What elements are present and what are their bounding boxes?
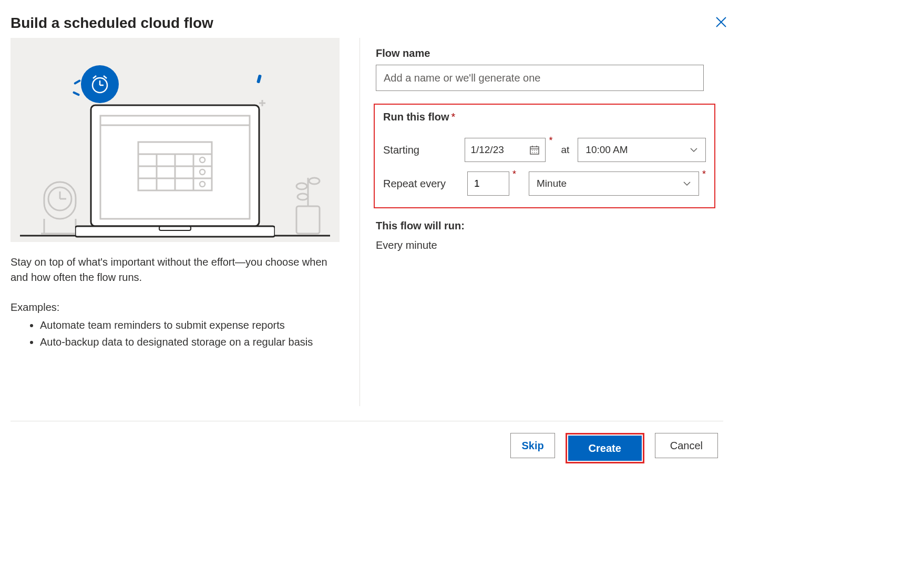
calendar-icon: [529, 145, 540, 155]
required-indicator: *: [549, 135, 552, 146]
repeat-unit-select[interactable]: Minute: [529, 171, 699, 196]
dialog-title: Build a scheduled cloud flow: [11, 15, 213, 32]
starting-time-value: 10:00 AM: [586, 144, 628, 156]
starting-time-select[interactable]: 10:00 AM: [578, 138, 706, 162]
svg-point-9: [296, 183, 307, 189]
svg-point-11: [297, 194, 308, 200]
required-indicator: *: [512, 169, 516, 180]
required-indicator: *: [702, 169, 706, 180]
flow-will-run-label: This flow will run:: [376, 220, 728, 232]
flow-name-input[interactable]: [376, 65, 704, 91]
alarm-clock-icon: [81, 65, 119, 103]
clock-illustration: [41, 179, 79, 237]
flow-will-run-value: Every minute: [376, 239, 728, 251]
svg-point-10: [309, 178, 320, 184]
svg-point-36: [532, 150, 533, 151]
svg-point-40: [535, 152, 536, 153]
svg-point-39: [532, 152, 533, 153]
examples-label: Examples:: [11, 300, 338, 315]
chevron-down-icon: [690, 146, 698, 154]
plant-illustration: [282, 163, 334, 237]
schedule-highlight: Run this flow* Starting 1/12/23: [374, 104, 715, 208]
cancel-button[interactable]: Cancel: [655, 433, 718, 458]
run-this-flow-label: Run this flow*: [383, 111, 455, 123]
example-item: Auto-backup data to designated storage o…: [40, 334, 338, 350]
laptop-illustration: [75, 84, 275, 242]
starting-label: Starting: [383, 144, 465, 156]
svg-point-41: [537, 152, 538, 153]
repeat-every-label: Repeat every: [383, 178, 467, 190]
starting-date-value: 1/12/23: [470, 144, 504, 156]
svg-point-38: [537, 150, 538, 151]
skip-button[interactable]: Skip: [510, 433, 555, 458]
at-label: at: [561, 144, 569, 156]
repeat-unit-value: Minute: [537, 178, 567, 189]
example-item: Automate team reminders to submit expens…: [40, 317, 338, 333]
svg-rect-25: [75, 226, 275, 237]
close-icon: [715, 16, 727, 28]
vertical-divider: [360, 38, 360, 406]
flow-name-label: Flow name: [376, 47, 430, 59]
repeat-count-input[interactable]: [467, 171, 509, 196]
svg-point-37: [535, 150, 536, 151]
svg-rect-8: [296, 206, 320, 234]
starting-date-picker[interactable]: 1/12/23: [465, 138, 546, 162]
description-text: Stay on top of what's important without …: [11, 255, 338, 285]
create-highlight: Create: [566, 433, 644, 463]
illustration: [11, 38, 340, 242]
create-button[interactable]: Create: [568, 436, 642, 461]
close-button[interactable]: [714, 15, 728, 29]
chevron-down-icon: [683, 179, 691, 188]
